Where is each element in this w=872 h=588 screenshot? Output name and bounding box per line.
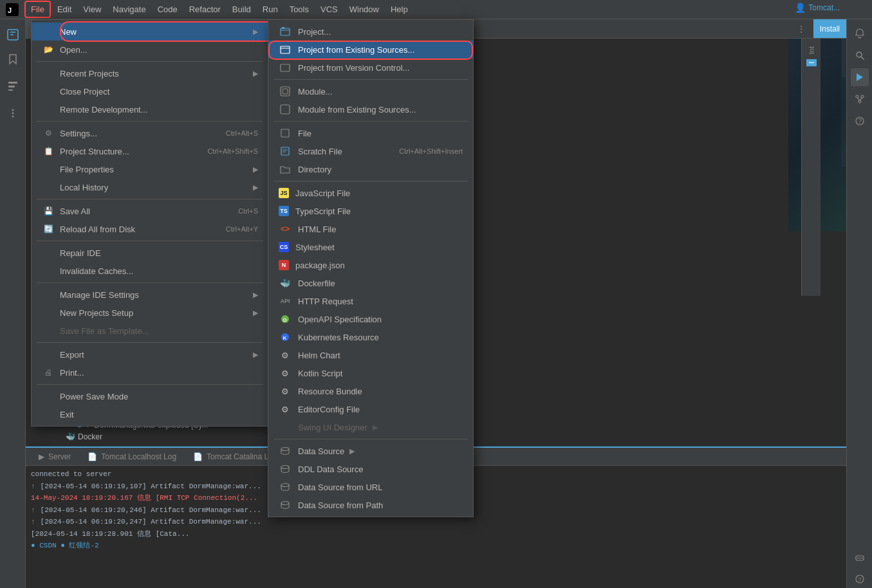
new-submenu-directory[interactable]: Directory	[268, 160, 473, 178]
new-submenu-module[interactable]: Module...	[268, 82, 473, 100]
svg-text:O: O	[283, 317, 287, 323]
new-submenu-packagejson[interactable]: N package.json	[268, 256, 473, 274]
file-menu-recent-projects[interactable]: Recent Projects ▶	[32, 64, 268, 82]
svg-line-18	[857, 98, 860, 100]
menu-help[interactable]: Help	[385, 2, 413, 17]
new-datasource-url-label: Data Source from URL	[298, 482, 383, 492]
menu-file[interactable]: File	[24, 1, 51, 18]
menu-build[interactable]: Build	[227, 2, 256, 17]
nav-bookmark-icon[interactable]	[3, 49, 23, 69]
new-submenu-module-existing[interactable]: Module from Existing Sources...	[268, 100, 473, 118]
new-module-existing-label: Module from Existing Sources...	[298, 105, 416, 115]
directory-icon	[279, 165, 292, 174]
menu-separator-7	[37, 384, 263, 385]
file-menu-invalidate-label: Invalidate Caches...	[60, 266, 258, 276]
file-menu-dropdown: New ▶ 📂 Open... Recent Projects ▶ Close …	[31, 19, 269, 427]
nav-project-icon[interactable]	[3, 24, 23, 45]
right-icon-question[interactable]: ?	[851, 570, 869, 588]
new-submenu-html-file[interactable]: <> HTML File	[268, 220, 473, 238]
new-submenu-scratch-file[interactable]: Scratch File Ctrl+Alt+Shift+Insert	[268, 142, 473, 160]
new-submenu-ts-file[interactable]: TS TypeScript File	[268, 202, 473, 220]
file-menu-close-project[interactable]: Close Project	[32, 82, 268, 100]
server-icon: ▶	[39, 452, 44, 461]
menu-window[interactable]: Window	[344, 2, 384, 17]
new-submenu-ddl-data-source[interactable]: DDL Data Source	[268, 460, 473, 478]
datasource-url-icon	[279, 482, 292, 492]
file-menu-remote-dev[interactable]: Remote Development...	[32, 100, 268, 118]
new-scratch-file-label: Scratch File	[298, 147, 342, 156]
right-icon-search[interactable]	[851, 46, 869, 64]
new-submenu-data-source[interactable]: Data Source ▶	[268, 442, 473, 460]
right-icon-help[interactable]: ?	[851, 112, 869, 130]
new-submenu-http-request[interactable]: API HTTP Request	[268, 292, 473, 310]
new-submenu-kubernetes[interactable]: K Kubernetes Resource	[268, 328, 473, 346]
file-menu-invalidate-caches[interactable]: Invalidate Caches...	[32, 262, 268, 280]
new-editorconfig-label: EditorConfig File	[298, 405, 360, 414]
editorconfig-icon: ⚙	[279, 405, 292, 414]
file-menu-save-all[interactable]: 💾 Save All Ctrl+S	[32, 202, 268, 220]
file-menu-settings[interactable]: ⚙ Settings... Ctrl+Alt+S	[32, 124, 268, 142]
file-menu-file-properties[interactable]: File Properties ▶	[32, 160, 268, 178]
right-icon-git[interactable]	[851, 90, 869, 108]
nav-more-icon[interactable]	[3, 103, 23, 124]
new-submenu-dockerfile[interactable]: 🐳 Dockerfile	[268, 274, 473, 292]
tab-more-button[interactable]: ⋮	[792, 24, 811, 34]
tab-tomcat-localhost-log[interactable]: 📄 Tomcat Localhost Log	[80, 448, 184, 465]
new-datasource-label: Data Source	[298, 446, 344, 456]
log2-icon: 📄	[193, 452, 203, 461]
file-menu-project-structure[interactable]: 📋 Project Structure... Ctrl+Alt+Shift+S	[32, 142, 268, 160]
new-submenu-editorconfig[interactable]: ⚙ EditorConfig File	[268, 400, 473, 418]
new-submenu-data-source-path[interactable]: Data Source from Path	[268, 496, 473, 514]
svg-text:K: K	[283, 335, 287, 341]
new-openapi-label: OpenAPI Specification	[298, 315, 382, 324]
new-submenu-kotlin-script[interactable]: ⚙ Kotlin Script	[268, 364, 473, 382]
new-submenu-openapi[interactable]: O OpenAPI Specification	[268, 310, 473, 328]
new-submenu-helm-chart[interactable]: ⚙ Helm Chart	[268, 346, 473, 364]
ts-icon: TS	[279, 206, 289, 216]
svg-point-25	[861, 558, 862, 559]
int-tab-active[interactable]: I	[806, 59, 817, 66]
new-submenu-stylesheet[interactable]: CS Stylesheet	[268, 238, 473, 256]
left-nav	[0, 19, 26, 588]
menu-run[interactable]: Run	[257, 2, 283, 17]
new-submenu-resource-bundle[interactable]: ⚙ Resource Bundle	[268, 382, 473, 400]
nav-structure-icon[interactable]	[3, 76, 23, 96]
menu-navigate[interactable]: Navigate	[107, 2, 151, 17]
tree-item-docker[interactable]: 🐳 Docker	[55, 431, 279, 443]
file-menu-open[interactable]: 📂 Open...	[32, 41, 268, 59]
right-icon-debug[interactable]	[851, 548, 869, 566]
file-menu-new-projects-setup[interactable]: New Projects Setup ▶	[32, 304, 268, 322]
file-menu-export[interactable]: Export ▶	[32, 345, 268, 363]
file-menu-power-save[interactable]: Power Save Mode	[32, 387, 268, 405]
menu-vcs[interactable]: VCS	[315, 2, 343, 17]
new-submenu-data-source-url[interactable]: Data Source from URL	[268, 478, 473, 496]
new-js-label: JavaScript File	[295, 188, 350, 198]
file-menu-reload[interactable]: 🔄 Reload All from Disk Ctrl+Alt+Y	[32, 220, 268, 238]
right-icon-notifications[interactable]	[851, 24, 869, 42]
menu-code[interactable]: Code	[153, 2, 183, 17]
file-menu-manage-ide-settings[interactable]: Manage IDE Settings ▶	[32, 286, 268, 304]
right-icon-run[interactable]	[851, 68, 869, 86]
file-menu-print[interactable]: 🖨 Print...	[32, 363, 268, 381]
new-submenu-project[interactable]: Project...	[268, 23, 473, 41]
file-menu-new[interactable]: New ▶	[32, 23, 268, 41]
file-menu-repair-ide[interactable]: Repair IDE	[32, 244, 268, 262]
file-menu-local-history[interactable]: Local History ▶	[32, 178, 268, 196]
menu-edit[interactable]: Edit	[52, 2, 77, 17]
svg-rect-29	[282, 27, 284, 29]
menu-refactor[interactable]: Refactor	[184, 2, 226, 17]
tab-install-button[interactable]: Install	[813, 19, 846, 38]
file-menu-exit[interactable]: Exit	[32, 405, 268, 423]
kubernetes-icon: K	[279, 332, 292, 342]
new-kotlin-label: Kotlin Script	[298, 369, 342, 378]
html-icon: <>	[279, 225, 292, 234]
new-submenu-project-vcs[interactable]: Project from Version Control...	[268, 59, 473, 77]
menu-view[interactable]: View	[78, 2, 106, 17]
svg-point-16	[861, 95, 864, 98]
menu-tools[interactable]: Tools	[284, 2, 314, 17]
new-submenu-file[interactable]: File	[268, 124, 473, 142]
new-submenu-project-existing[interactable]: Project from Existing Sources...	[268, 41, 473, 59]
new-submenu-js-file[interactable]: JS JavaScript File	[268, 184, 473, 202]
right-panel: ? ?	[846, 19, 872, 588]
tab-server[interactable]: ▶ Server	[31, 448, 79, 465]
